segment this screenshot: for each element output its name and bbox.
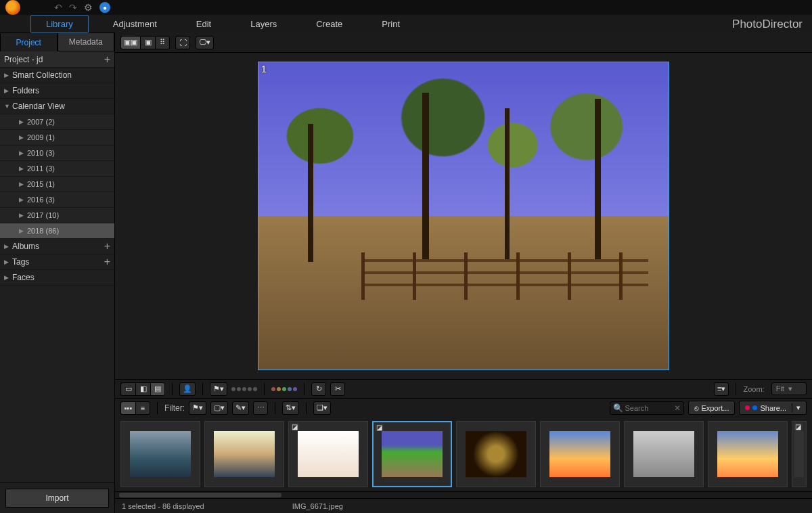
app-title: PhotoDirector bbox=[732, 18, 803, 31]
filter-toolbar: ▪▪▪ ≡ Filter: ⚑▾ ▢▾ ✎▾ ⋯ ⇅▾ ❏▾ 🔍 ✕ ⎋ Exp… bbox=[115, 398, 812, 417]
filename-status: IMG_6671.jpeg bbox=[292, 502, 343, 510]
color-labels[interactable] bbox=[271, 387, 297, 391]
tree-item[interactable]: ▶2007 (2) bbox=[0, 114, 114, 130]
thumbnail[interactable] bbox=[204, 421, 284, 487]
edit-badge-icon: ◪ bbox=[794, 423, 803, 430]
menu-adjustment[interactable]: Adjustment bbox=[98, 16, 172, 32]
edit-badge-icon: ◪ bbox=[290, 423, 299, 430]
thumbnail[interactable] bbox=[456, 421, 536, 487]
notification-icon[interactable]: ● bbox=[99, 2, 110, 13]
rotate-icon[interactable]: ↻ bbox=[311, 382, 326, 396]
layout-a-icon[interactable]: ▭ bbox=[120, 382, 135, 396]
layout-b-icon[interactable]: ◧ bbox=[135, 382, 150, 396]
scenic-illustration bbox=[258, 62, 669, 370]
tree-item[interactable]: ▶2011 (3) bbox=[0, 161, 114, 177]
menu-layers[interactable]: Layers bbox=[235, 16, 292, 32]
tree-section-calendar-view[interactable]: ▼Calendar View bbox=[0, 99, 114, 114]
tree-section-albums[interactable]: ▶Albums+ bbox=[0, 239, 114, 254]
search-icon: 🔍 bbox=[613, 403, 623, 413]
tree-section-faces[interactable]: ▶Faces bbox=[0, 270, 114, 286]
tab-metadata[interactable]: Metadata bbox=[58, 32, 115, 51]
menu-library[interactable]: Library bbox=[30, 15, 89, 33]
filter-flag-icon[interactable]: ⚑▾ bbox=[189, 401, 206, 415]
project-tree: Project - jd + ▶Smart Collection▶Folders… bbox=[0, 51, 114, 483]
preview-image[interactable]: 1 bbox=[258, 62, 669, 370]
sort-icon[interactable]: ≡▾ bbox=[714, 382, 729, 396]
search-input[interactable] bbox=[625, 404, 673, 412]
edit-badge-icon: ◪ bbox=[375, 424, 384, 431]
menu-print[interactable]: Print bbox=[367, 16, 415, 32]
status-bar: 1 selected - 86 displayed IMG_6671.jpeg bbox=[115, 498, 812, 513]
view-toolbar: ▣▣ ▣ ⠿ ⛶ 🖵▾ bbox=[115, 32, 812, 53]
person-tag-icon[interactable]: 👤 bbox=[179, 382, 196, 396]
gear-icon[interactable]: ⚙ bbox=[84, 2, 93, 13]
search-box[interactable]: 🔍 ✕ bbox=[610, 401, 684, 415]
filter-label: Filter: bbox=[164, 403, 185, 413]
flag-icon[interactable]: ⚑▾ bbox=[210, 382, 227, 396]
rating-toolbar: ▭ ◧ ▤ 👤 ⚑▾ ↻ ✂ bbox=[115, 379, 812, 398]
tab-project[interactable]: Project bbox=[0, 32, 58, 51]
thumbnail[interactable] bbox=[120, 421, 200, 487]
tree-section-tags[interactable]: ▶Tags+ bbox=[0, 254, 114, 270]
redo-icon[interactable]: ↷ bbox=[69, 2, 77, 13]
thumbnail[interactable]: ◪ bbox=[372, 421, 452, 487]
tree-item[interactable]: ▶2018 (86) bbox=[0, 223, 114, 239]
view-grid-icon[interactable]: ⠿ bbox=[155, 36, 170, 49]
selection-status: 1 selected - 86 displayed bbox=[122, 502, 204, 510]
zoom-label: Zoom: bbox=[743, 385, 764, 393]
app-logo bbox=[5, 0, 20, 15]
filter-brush-icon[interactable]: ✎▾ bbox=[232, 401, 249, 415]
titlebar: ↶ ↷ ⚙ ● bbox=[0, 0, 812, 15]
layout-c-icon[interactable]: ▤ bbox=[150, 382, 165, 396]
list-view-icon[interactable]: ≡ bbox=[135, 401, 150, 415]
undo-icon[interactable]: ↶ bbox=[54, 2, 62, 13]
thumbnail[interactable]: ◪ bbox=[288, 421, 368, 487]
view-compare-icon[interactable]: ▣▣ bbox=[120, 36, 140, 49]
share-button[interactable]: Share... ▾ bbox=[739, 401, 807, 415]
export-icon: ⎋ bbox=[694, 404, 699, 412]
filter-dots-icon[interactable]: ⋯ bbox=[253, 401, 268, 415]
menu-edit[interactable]: Edit bbox=[181, 16, 226, 32]
share-dot1-icon bbox=[745, 405, 750, 410]
import-button[interactable]: Import bbox=[5, 489, 109, 508]
display-icon[interactable]: 🖵▾ bbox=[196, 36, 214, 49]
filmstrip[interactable]: ◪◪◪ bbox=[115, 417, 812, 491]
stack-icon[interactable]: ❏▾ bbox=[313, 401, 331, 415]
thumb-view-icon[interactable]: ▪▪▪ bbox=[120, 401, 135, 415]
sort-order-icon[interactable]: ⇅▾ bbox=[282, 401, 299, 415]
image-preview[interactable]: 1 bbox=[115, 53, 812, 379]
clear-search-icon[interactable]: ✕ bbox=[674, 403, 681, 413]
filmstrip-scrollbar[interactable] bbox=[115, 491, 812, 498]
tree-item[interactable]: ▶2015 (1) bbox=[0, 177, 114, 192]
main-menu: LibraryAdjustmentEditLayersCreatePrint P… bbox=[0, 15, 812, 32]
crop-icon[interactable]: ✂ bbox=[330, 382, 345, 396]
zoom-select[interactable]: Fit ▾ bbox=[771, 382, 807, 395]
add-project-icon[interactable]: + bbox=[104, 53, 110, 66]
tree-section-folders[interactable]: ▶Folders bbox=[0, 83, 114, 99]
view-single-icon[interactable]: ▣ bbox=[140, 36, 155, 49]
thumbnail[interactable]: ◪ bbox=[792, 421, 807, 487]
sidebar: Project Metadata Project - jd + ▶Smart C… bbox=[0, 32, 115, 513]
menu-create[interactable]: Create bbox=[301, 16, 357, 32]
content-area: ▣▣ ▣ ⠿ ⛶ 🖵▾ 1 bbox=[115, 32, 812, 513]
filter-box-icon[interactable]: ▢▾ bbox=[210, 401, 228, 415]
tree-section-smart-collection[interactable]: ▶Smart Collection bbox=[0, 68, 114, 83]
share-dot2-icon bbox=[752, 405, 757, 410]
project-header[interactable]: Project - jd + bbox=[0, 51, 114, 68]
scrollbar-thumb[interactable] bbox=[119, 493, 281, 497]
export-button[interactable]: ⎋ Export... bbox=[688, 401, 736, 415]
thumbnail[interactable] bbox=[540, 421, 620, 487]
thumbnail[interactable] bbox=[708, 421, 788, 487]
tree-item[interactable]: ▶2009 (1) bbox=[0, 130, 114, 146]
image-index: 1 bbox=[261, 64, 267, 74]
fullscreen-icon[interactable]: ⛶ bbox=[175, 36, 190, 49]
rating-stars[interactable] bbox=[231, 387, 257, 391]
sidebar-tabs: Project Metadata bbox=[0, 32, 114, 51]
tree-item[interactable]: ▶2016 (3) bbox=[0, 192, 114, 208]
tree-item[interactable]: ▶2010 (3) bbox=[0, 146, 114, 161]
thumbnail[interactable] bbox=[624, 421, 704, 487]
tree-item[interactable]: ▶2017 (10) bbox=[0, 208, 114, 223]
